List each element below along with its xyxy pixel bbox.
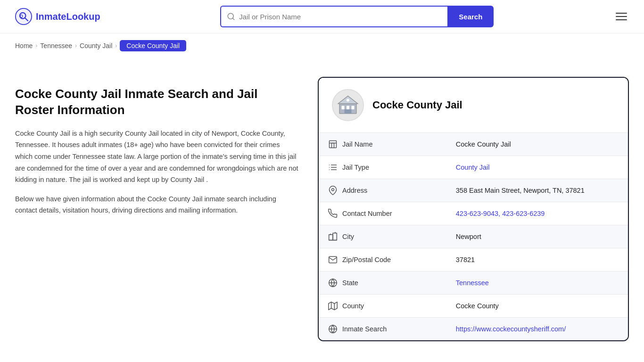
table-row: Address358 East Main Street, Newport, TN… <box>319 179 628 202</box>
label-text: County <box>342 302 364 310</box>
search-icon <box>227 12 235 21</box>
table-label-cell: State <box>319 272 422 294</box>
location-icon <box>328 186 338 195</box>
label-text: Jail Name <box>342 140 372 148</box>
table-link[interactable]: https://www.cockecountysheriff.com/ <box>456 325 566 333</box>
breadcrumb-sep-3: › <box>115 42 117 49</box>
info-table: Jail NameCocke County JailJail TypeCount… <box>319 132 628 340</box>
breadcrumb-current: Cocke County Jail <box>120 40 186 51</box>
map-icon <box>328 301 338 311</box>
label-text: Inmate Search <box>342 325 387 333</box>
table-label-cell: Inmate Search <box>319 318 422 340</box>
hamburger-line-3 <box>616 19 627 20</box>
phone-icon <box>328 209 338 218</box>
breadcrumb-sep-1: › <box>35 42 37 49</box>
table-label-cell: Address <box>319 179 422 202</box>
table-label-cell: Contact Number <box>319 202 422 225</box>
search-button[interactable]: Search <box>447 6 494 27</box>
logo-link[interactable]: Q InmateLookup <box>15 8 100 25</box>
hamburger-line-2 <box>616 16 627 17</box>
table-value-cell[interactable]: https://www.cockecountysheriff.com/ <box>446 318 628 341</box>
svg-rect-12 <box>347 99 349 102</box>
search-input-wrap <box>220 6 447 27</box>
label-text: Contact Number <box>342 210 392 217</box>
table-value-cell: Cocke County <box>446 295 628 318</box>
table-value-cell[interactable]: Tennessee <box>446 272 628 295</box>
table-row: CityNewport <box>319 225 628 248</box>
table-value-cell: 358 East Main Street, Newport, TN, 37821 <box>446 179 628 202</box>
table-label-cell: Zip/Postal Code <box>319 248 422 271</box>
globe-icon <box>328 278 338 288</box>
table-link[interactable]: Tennessee <box>456 279 489 287</box>
breadcrumb: Home › Tennessee › County Jail › Cocke C… <box>0 33 644 58</box>
table-value-cell[interactable]: 423-623-9043, 423-623-6239 <box>446 202 628 225</box>
svg-marker-26 <box>329 302 337 310</box>
logo-text: InmateLookup <box>36 11 100 22</box>
svg-rect-7 <box>342 106 345 110</box>
main-content: Cocke County Jail Inmate Search and Jail… <box>0 58 644 360</box>
table-row: Jail TypeCounty Jail <box>319 156 628 179</box>
table-label-cell: Jail Name <box>319 133 422 156</box>
svg-rect-13 <box>330 141 337 148</box>
breadcrumb-county-jail[interactable]: County Jail <box>80 42 112 49</box>
svg-rect-9 <box>352 106 355 110</box>
table-row: Zip/Postal Code37821 <box>319 248 628 272</box>
label-text: Jail Type <box>342 164 369 171</box>
table-value-cell[interactable]: County Jail <box>446 156 628 179</box>
globe2-icon <box>328 324 338 334</box>
description-paragraph-1: Cocke County Jail is a high security Cou… <box>15 128 299 186</box>
city-icon <box>328 232 338 241</box>
label-text: Zip/Postal Code <box>342 256 391 263</box>
table-label-cell: County <box>319 295 422 317</box>
breadcrumb-tennessee[interactable]: Tennessee <box>40 42 72 49</box>
svg-point-20 <box>332 189 334 191</box>
header: Q InmateLookup Search <box>0 0 644 33</box>
table-value-cell: Newport <box>446 225 628 248</box>
search-bar: Search <box>220 6 494 27</box>
hamburger-line-1 <box>616 13 627 14</box>
svg-text:Q: Q <box>20 14 23 18</box>
jail-info-card: Cocke County Jail Jail NameCocke County … <box>318 77 629 341</box>
svg-rect-21 <box>329 235 333 240</box>
breadcrumb-home[interactable]: Home <box>15 42 33 49</box>
label-text: State <box>342 279 358 287</box>
table-row: Inmate Searchhttps://www.cockecountysher… <box>319 318 628 341</box>
table-value-cell: Cocke County Jail <box>446 133 628 156</box>
label-text: Address <box>342 187 367 194</box>
svg-rect-8 <box>347 106 349 110</box>
svg-point-0 <box>16 8 32 25</box>
table-label-cell: Jail Type <box>319 156 422 179</box>
hamburger-menu[interactable] <box>614 11 629 22</box>
table-link[interactable]: County Jail <box>456 164 490 171</box>
table-value-cell: 37821 <box>446 248 628 272</box>
table-row: CountyCocke County <box>319 295 628 318</box>
jail-avatar <box>332 89 364 121</box>
card-title: Cocke County Jail <box>372 99 462 111</box>
breadcrumb-sep-2: › <box>75 42 77 49</box>
list-icon <box>328 163 338 172</box>
label-text: City <box>342 233 354 240</box>
description-paragraph-2: Below we have given information about th… <box>15 193 299 216</box>
search-input[interactable] <box>239 13 442 21</box>
table-row: Jail NameCocke County Jail <box>319 133 628 156</box>
table-row: Contact Number423-623-9043, 423-623-6239 <box>319 202 628 225</box>
logo-icon: Q <box>15 8 32 25</box>
courthouse-icon <box>337 94 359 116</box>
svg-line-5 <box>233 18 234 19</box>
table-link[interactable]: 423-623-9043, 423-623-6239 <box>456 210 545 217</box>
left-panel: Cocke County Jail Inmate Search and Jail… <box>15 77 299 341</box>
building-icon <box>328 140 338 149</box>
card-header: Cocke County Jail <box>319 78 628 132</box>
mail-icon <box>328 255 338 264</box>
page-title: Cocke County Jail Inmate Search and Jail… <box>15 86 299 118</box>
svg-rect-10 <box>345 109 352 114</box>
table-row: StateTennessee <box>319 272 628 295</box>
table-label-cell: City <box>319 225 422 248</box>
svg-rect-22 <box>333 233 337 240</box>
